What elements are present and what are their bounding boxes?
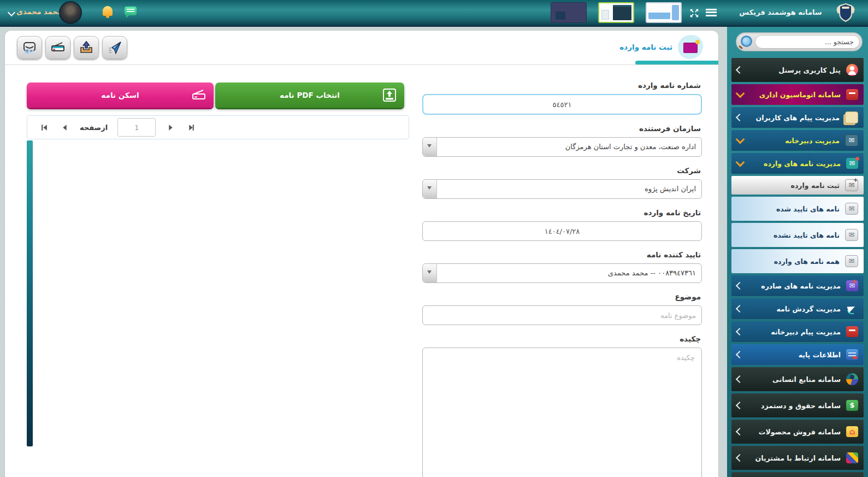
company-label: شرکت	[422, 166, 701, 175]
window-preview-3[interactable]	[646, 2, 682, 23]
bell-icon[interactable]	[103, 6, 113, 16]
sidebar-item-user-messages[interactable]: مدیریت پیام های کاربران	[731, 107, 864, 128]
sidebar-item-office-automation[interactable]: سامانه اتوماسیون اداری	[731, 84, 864, 105]
window-preview-2[interactable]	[598, 2, 634, 23]
first-page-icon[interactable]	[39, 122, 50, 133]
field-abstract: چکیده	[422, 334, 702, 477]
sidebar-menu: پنل کاربری پرسنل سامانه اتوماسیون اداری …	[727, 58, 868, 477]
chevron-left-icon	[736, 375, 743, 383]
search-input[interactable]	[755, 35, 860, 49]
company-value: ایران اندیش پژوه	[441, 180, 696, 198]
letter-form: شماره نامه وارده سازمان فرستنده اداره صن…	[422, 81, 702, 477]
chevron-left-icon	[736, 282, 743, 290]
app-title: سامانه هوشمند فریکس	[737, 8, 824, 16]
tab-register-incoming-letter[interactable]: ثبت نامه وارده	[619, 35, 703, 59]
company-select[interactable]: ایران اندیش پژوه	[422, 179, 702, 199]
sidebar-item-crm-system[interactable]: سامانه ارتباط با مشتریان	[731, 446, 864, 470]
header-divider	[5, 64, 718, 65]
database-icon	[846, 349, 858, 360]
chevron-left-icon	[736, 351, 743, 358]
approver-select[interactable]: ٠٠٨٣٩٤٧٣٦١ -- محمد محمدی	[422, 263, 702, 283]
sidebar-item-unapproved-letters[interactable]: نامه های تایید نشده	[731, 223, 864, 247]
choose-pdf-button[interactable]: انتخاب PDF نامه	[215, 83, 404, 108]
send-button[interactable]	[102, 36, 127, 59]
tab-label: ثبت نامه وارده	[619, 43, 672, 51]
avatar[interactable]	[59, 1, 82, 24]
mailbox-icon	[846, 89, 858, 100]
abstract-textarea[interactable]	[422, 348, 702, 477]
upload-button[interactable]	[74, 36, 99, 59]
chat-icon[interactable]	[125, 7, 137, 15]
subject-input[interactable]	[422, 305, 702, 325]
approver-label: تایید کننده نامه	[422, 250, 701, 259]
expand-icon[interactable]	[689, 8, 699, 18]
letter-date-label: تاریخ نامه وارده	[422, 208, 701, 217]
chevron-left-icon	[736, 305, 743, 313]
search-box	[736, 32, 863, 51]
outbox-letters-icon	[846, 280, 858, 291]
preview-scrollbar[interactable]	[27, 140, 33, 446]
winged-shield-logo	[834, 1, 858, 26]
sales-icon	[846, 426, 858, 437]
sender-org-select[interactable]: اداره صنعت، معدن و تجارت استان هرمزگان	[422, 137, 702, 157]
field-letter-date: تاریخ نامه وارده	[422, 208, 702, 241]
sidebar-item-outgoing-letters[interactable]: مدیریت نامه های صادره	[731, 275, 864, 296]
dropdown-arrow-icon[interactable]	[423, 138, 437, 156]
hr-icon	[846, 373, 858, 385]
document-preview	[27, 140, 409, 446]
register-letter-icon	[845, 179, 858, 191]
sender-org-label: سازمان فرستنده	[422, 124, 701, 133]
menu-icon[interactable]	[706, 9, 717, 16]
approver-value: ٠٠٨٣٩٤٧٣٦١ -- محمد محمدی	[441, 264, 696, 282]
chevron-down-icon	[736, 89, 745, 98]
sidebar-item-incoming-letters[interactable]: مدیریت نامه های وارده	[731, 153, 864, 174]
crm-icon	[846, 452, 858, 463]
document-panel: اسکن نامه انتخاب PDF نامه	[27, 83, 409, 446]
sidebar-item-sales-system[interactable]: سامانه فروش محصولات	[731, 420, 864, 444]
sidebar-item-all-incoming-letters[interactable]: همه نامه های وارده	[731, 249, 864, 273]
sidebar-item-letter-flow[interactable]: مدیریت گردش نامه	[731, 298, 864, 319]
upload-pdf-icon	[381, 87, 398, 105]
secretariat-monitor-icon	[845, 134, 858, 146]
page-label: ازصفحه	[80, 123, 108, 132]
chevron-down-icon[interactable]	[8, 9, 15, 16]
prev-page-icon[interactable]	[60, 122, 70, 133]
letter-image-icon	[678, 35, 703, 59]
chevron-down-icon	[736, 135, 745, 144]
field-company: شرکت ایران اندیش پژوه	[422, 166, 702, 199]
page-number-input[interactable]	[117, 118, 156, 137]
letter-number-input[interactable]	[422, 94, 702, 115]
scan-letter-button[interactable]: اسکن نامه	[27, 83, 214, 108]
letter-date-input[interactable]	[422, 221, 702, 241]
scanner-button[interactable]	[45, 36, 70, 59]
sidebar-item-base-info[interactable]: اطلاعات پایه	[731, 344, 864, 365]
main-card: ثبت نامه وارده اسکن نامه انتخاب PDF نامه	[4, 30, 719, 477]
all-letters-icon	[845, 255, 858, 267]
inbox-letters-icon	[846, 158, 858, 169]
sidebar-item-fleet-system[interactable]: سامانه ناوگان حمل و نقل	[731, 472, 864, 477]
chevron-left-icon	[736, 402, 743, 409]
user-name[interactable]: محمد محمدی	[16, 8, 62, 16]
sidebar: پنل کاربری پرسنل سامانه اتوماسیون اداری …	[727, 27, 868, 477]
dropdown-arrow-icon[interactable]	[423, 180, 437, 198]
dropdown-arrow-icon[interactable]	[423, 264, 437, 282]
mail-link-button[interactable]	[17, 36, 42, 59]
unapproved-letters-icon	[845, 229, 858, 241]
scanner-icon	[191, 87, 207, 105]
sidebar-item-register-incoming-letter[interactable]: ثبت نامه وارده	[731, 176, 864, 195]
letter-flow-icon	[846, 303, 858, 314]
sidebar-item-secretariat-messages[interactable]: مدیریت پیام دبیرخانه	[731, 321, 864, 342]
sidebar-item-hr-system[interactable]: سامانه منابع انسانی	[731, 367, 864, 391]
approved-letters-icon	[845, 203, 858, 215]
sidebar-item-payroll-system[interactable]: سامانه حقوق و دستمزد	[731, 393, 864, 417]
field-letter-number: شماره نامه وارده	[422, 81, 702, 115]
field-subject: موضوع	[422, 292, 702, 325]
sidebar-item-personnel-panel[interactable]: پنل کاربری پرسنل	[731, 58, 864, 82]
sidebar-item-secretariat[interactable]: مدیریت دبیرخانه	[731, 130, 864, 151]
last-page-icon[interactable]	[186, 122, 196, 133]
payroll-icon	[846, 400, 858, 411]
next-page-icon[interactable]	[166, 122, 176, 133]
chevron-left-icon	[736, 114, 743, 121]
window-preview-1[interactable]	[551, 2, 587, 23]
sidebar-item-approved-letters[interactable]: نامه های تایید شده	[731, 197, 864, 221]
